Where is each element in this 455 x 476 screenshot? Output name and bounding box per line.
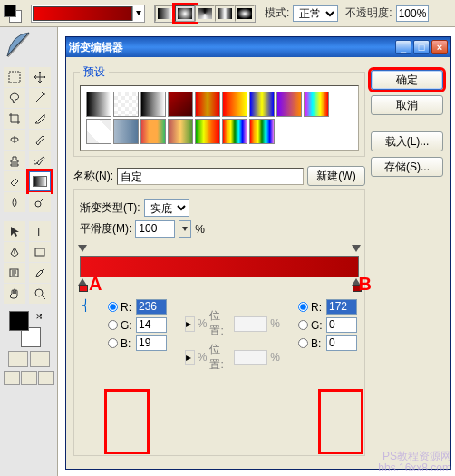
screen-full-button[interactable] bbox=[38, 371, 54, 385]
path-select-tool[interactable] bbox=[4, 221, 25, 241]
color-swatches[interactable]: ⤭ bbox=[5, 311, 52, 347]
preset-swatch[interactable] bbox=[276, 92, 302, 117]
b-radio-b[interactable] bbox=[298, 338, 308, 348]
quickmask-group bbox=[0, 351, 57, 367]
gradient-tool[interactable] bbox=[29, 171, 51, 191]
presets-well bbox=[80, 85, 359, 151]
crop-tool[interactable] bbox=[4, 109, 25, 129]
stop-a-r-input[interactable]: 236 bbox=[136, 299, 167, 315]
hand-tool[interactable] bbox=[4, 284, 25, 304]
opacity-stops-track[interactable] bbox=[80, 245, 359, 256]
disabled-dropdown: ▸ bbox=[185, 350, 195, 365]
type-tool[interactable]: T bbox=[29, 221, 51, 241]
preset-swatch[interactable] bbox=[222, 92, 247, 117]
preset-swatch[interactable] bbox=[140, 119, 166, 144]
gradient-radial-button[interactable] bbox=[175, 5, 195, 22]
preset-swatch[interactable] bbox=[304, 92, 329, 117]
position-input bbox=[234, 350, 267, 365]
presets-grid bbox=[86, 92, 353, 144]
gradient-bar[interactable] bbox=[80, 256, 359, 277]
gradient-diamond-button[interactable] bbox=[235, 5, 255, 22]
minimize-button[interactable]: _ bbox=[395, 40, 411, 54]
fg-bg-mini[interactable] bbox=[4, 5, 22, 23]
close-button[interactable]: × bbox=[431, 40, 448, 54]
toolbox: T ⤭ bbox=[0, 27, 58, 476]
opacity-input[interactable]: 100% bbox=[396, 5, 429, 22]
new-button[interactable]: 新建(W) bbox=[307, 166, 365, 186]
svg-point-2 bbox=[35, 201, 41, 207]
screen-full-menus-button[interactable] bbox=[21, 371, 37, 385]
history-brush-tool[interactable] bbox=[29, 151, 51, 170]
opacity-stop[interactable] bbox=[352, 245, 361, 254]
gradient-dropdown-icon[interactable] bbox=[132, 6, 143, 21]
quickmask-mode-button[interactable] bbox=[30, 351, 50, 367]
opacity-stop[interactable] bbox=[78, 245, 87, 254]
notes-tool[interactable] bbox=[4, 263, 25, 283]
mode-select[interactable]: 正常 bbox=[293, 5, 338, 22]
stop-a-g-input[interactable]: 14 bbox=[136, 317, 167, 333]
save-button[interactable]: 存储(S)... bbox=[371, 157, 443, 177]
gradient-picker[interactable] bbox=[31, 5, 145, 23]
b-radio[interactable] bbox=[108, 338, 118, 348]
stop-b-b-input[interactable]: 0 bbox=[326, 335, 357, 351]
stop-b-r-input[interactable]: 172 bbox=[326, 299, 357, 315]
cancel-button[interactable]: 取消 bbox=[371, 95, 443, 115]
svg-rect-5 bbox=[10, 269, 18, 277]
ok-button[interactable]: 确定 bbox=[371, 70, 443, 90]
pen-tool[interactable] bbox=[4, 242, 25, 262]
stop-b-g-input[interactable]: 0 bbox=[326, 317, 357, 333]
preset-swatch[interactable] bbox=[140, 92, 166, 117]
gradtype-select[interactable]: 实底 bbox=[144, 199, 189, 217]
brush-tool[interactable] bbox=[29, 130, 51, 150]
screen-standard-button[interactable] bbox=[4, 371, 20, 385]
name-input[interactable]: 自定 bbox=[117, 168, 304, 185]
preset-swatch[interactable] bbox=[222, 119, 247, 144]
stop-a-b-input[interactable]: 19 bbox=[136, 335, 167, 351]
smooth-input[interactable]: 100 bbox=[135, 220, 175, 238]
gradient-angle-button[interactable] bbox=[195, 5, 215, 22]
preset-swatch[interactable] bbox=[168, 92, 193, 117]
load-button[interactable]: 载入(L)... bbox=[371, 131, 443, 151]
blur-tool[interactable] bbox=[4, 192, 25, 212]
foreground-color[interactable] bbox=[9, 311, 29, 331]
stamp-tool[interactable] bbox=[4, 151, 25, 170]
eraser-tool[interactable] bbox=[4, 171, 25, 191]
heal-tool[interactable] bbox=[4, 130, 25, 150]
disabled-dropdown: ▸ bbox=[185, 316, 195, 332]
b-label: B: bbox=[311, 337, 324, 350]
preset-swatch[interactable] bbox=[86, 119, 111, 144]
b-label: B: bbox=[121, 337, 133, 350]
zoom-tool[interactable] bbox=[29, 284, 51, 304]
gradient-linear-button[interactable] bbox=[155, 5, 175, 22]
smooth-dropdown-icon[interactable] bbox=[179, 220, 191, 238]
gradient-reflected-button[interactable] bbox=[215, 5, 235, 22]
lasso-tool[interactable] bbox=[4, 88, 25, 108]
preset-swatch[interactable] bbox=[113, 119, 139, 144]
preset-swatch[interactable] bbox=[249, 92, 275, 117]
dodge-tool[interactable] bbox=[29, 192, 51, 212]
gradient-swatch bbox=[33, 6, 132, 21]
standard-mode-button[interactable] bbox=[8, 351, 28, 367]
marquee-tool[interactable] bbox=[4, 67, 25, 87]
shape-tool[interactable] bbox=[29, 242, 51, 262]
g-radio-b[interactable] bbox=[298, 320, 308, 330]
dialog-titlebar[interactable]: 渐变编辑器 _ □ × bbox=[66, 37, 450, 57]
wand-tool[interactable] bbox=[29, 88, 51, 108]
preset-swatch[interactable] bbox=[249, 119, 275, 144]
preset-swatch[interactable] bbox=[195, 119, 220, 144]
slice-tool[interactable] bbox=[29, 109, 51, 129]
color-stop-a[interactable] bbox=[78, 279, 87, 288]
r-radio[interactable] bbox=[108, 302, 118, 312]
dialog-title: 渐变编辑器 bbox=[69, 40, 123, 55]
color-stops-track[interactable]: A B bbox=[80, 277, 359, 288]
preset-swatch[interactable] bbox=[86, 92, 111, 117]
eyedropper-tool[interactable] bbox=[29, 263, 51, 283]
swap-colors-icon[interactable]: ⤭ bbox=[35, 311, 43, 321]
preset-swatch[interactable] bbox=[113, 92, 139, 117]
g-radio[interactable] bbox=[108, 320, 118, 330]
maximize-button[interactable]: □ bbox=[413, 40, 430, 54]
move-tool[interactable] bbox=[29, 67, 51, 87]
preset-swatch[interactable] bbox=[168, 119, 193, 144]
r-radio-b[interactable] bbox=[298, 302, 308, 312]
preset-swatch[interactable] bbox=[195, 92, 220, 117]
